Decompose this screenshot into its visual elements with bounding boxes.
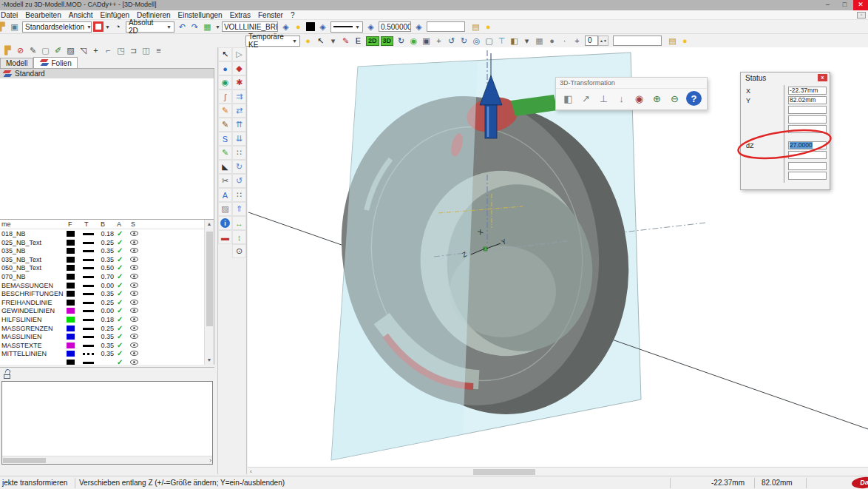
scroll-up-icon[interactable]: ▲ bbox=[205, 220, 214, 229]
layer-visible-eye-icon[interactable] bbox=[130, 334, 138, 339]
selection-color-button[interactable] bbox=[93, 21, 104, 32]
zoom-window-icon[interactable]: ▣ bbox=[420, 35, 433, 47]
layer-linetype[interactable] bbox=[83, 310, 94, 312]
layer-color-swatch[interactable] bbox=[67, 291, 75, 297]
layer-row[interactable]: 050_NB_Text0.50✓ bbox=[0, 263, 214, 272]
folder-light-icon[interactable]: ▤ bbox=[666, 35, 679, 47]
menu-bearbeiten[interactable]: Bearbeiten bbox=[21, 11, 64, 19]
layer-row[interactable]: 035_NB0.35✓ bbox=[0, 246, 214, 255]
line-style-combo[interactable]: ▼ bbox=[330, 21, 363, 33]
iso-box-icon[interactable]: ◳ bbox=[115, 44, 127, 56]
select-arrow-icon[interactable]: ↖ bbox=[218, 47, 232, 61]
free-input-2[interactable] bbox=[613, 36, 662, 46]
layer-color-swatch[interactable] bbox=[67, 300, 75, 306]
rotate-ccw2-icon[interactable]: ↺ bbox=[232, 174, 246, 188]
point-circle-icon[interactable]: ⊙ bbox=[232, 244, 246, 258]
scene-light-icon[interactable]: ● bbox=[482, 21, 495, 33]
spinner-arrows[interactable]: ▲▼ bbox=[598, 36, 608, 46]
close-button[interactable]: ✕ bbox=[853, 0, 868, 10]
tab-modell[interactable]: Modell bbox=[0, 58, 33, 68]
layer-linetype[interactable] bbox=[83, 345, 94, 347]
pen-icon[interactable]: ✎ bbox=[27, 44, 39, 56]
menu-definieren[interactable]: Definieren bbox=[133, 11, 174, 19]
pen-color-swatch[interactable] bbox=[306, 22, 315, 31]
layer-active-check[interactable]: ✓ bbox=[117, 315, 123, 323]
sphere-icon[interactable]: ● bbox=[546, 35, 558, 47]
view-box-icon[interactable]: ◫ bbox=[140, 44, 152, 56]
tree-item-standard[interactable]: Standard bbox=[0, 69, 214, 78]
zoom-extents-icon[interactable]: ▢ bbox=[483, 35, 495, 47]
layer-active-check[interactable]: ✓ bbox=[117, 255, 123, 263]
layer-table-scrollbar[interactable]: ▲ ▼ bbox=[204, 220, 214, 365]
status-field-y[interactable]: 82.02mm bbox=[788, 96, 827, 104]
layer-style-icon[interactable]: ◈ bbox=[413, 21, 425, 33]
menu-datei[interactable]: Datei bbox=[0, 11, 21, 19]
save-icon[interactable]: ▣ bbox=[8, 21, 21, 33]
undo-icon[interactable]: ↶ bbox=[176, 21, 189, 33]
layer-select-icon[interactable]: ◈ bbox=[279, 21, 292, 33]
layer-color-swatch[interactable] bbox=[67, 317, 75, 323]
element-e-icon[interactable]: E bbox=[352, 35, 365, 47]
layer-color-swatch[interactable] bbox=[67, 240, 75, 246]
up-icon[interactable]: ⇑ bbox=[232, 202, 246, 216]
layer-active-check[interactable]: ✓ bbox=[117, 238, 123, 246]
swap-icon[interactable]: ⇄ bbox=[232, 104, 246, 118]
layer-linetype[interactable] bbox=[83, 328, 94, 330]
hatch-icon[interactable]: ▨ bbox=[64, 44, 77, 56]
layer-line-icon[interactable]: ◈ bbox=[316, 21, 329, 33]
layer-row[interactable]: BEMASSUNGEN0.00✓ bbox=[0, 281, 214, 290]
point-small-icon[interactable]: · bbox=[558, 35, 571, 47]
temp-ke-combo[interactable]: Temporäre KE▼ bbox=[245, 36, 300, 47]
layer-row[interactable]: 070_NB0.70✓ bbox=[0, 272, 214, 281]
layer-visible-eye-icon[interactable] bbox=[130, 308, 138, 313]
move-up2-icon[interactable]: ⇈ bbox=[232, 118, 246, 132]
crosshair-icon[interactable]: + bbox=[89, 44, 102, 56]
status-field-x[interactable]: -22.37mm bbox=[788, 87, 827, 95]
status-field-dz[interactable]: 27.0000 bbox=[788, 141, 827, 149]
layer-row[interactable]: 025_NB_Text0.25✓ bbox=[0, 238, 214, 247]
redo-icon[interactable]: ↷ bbox=[189, 21, 201, 33]
prohibit-icon[interactable]: ⊘ bbox=[14, 44, 27, 56]
globe-icon[interactable]: ◉ bbox=[218, 75, 232, 90]
2d-button[interactable]: 2D bbox=[366, 36, 379, 46]
layer-visible-eye-icon[interactable] bbox=[130, 351, 138, 356]
grid-settings-icon[interactable]: ▦ bbox=[201, 21, 214, 33]
layer-active-check[interactable]: ✓ bbox=[117, 263, 123, 272]
folder-light-icon[interactable]: ▤ bbox=[469, 21, 482, 33]
layer-active-check[interactable]: ✓ bbox=[117, 289, 123, 297]
layer-linetype[interactable] bbox=[83, 285, 94, 287]
layer-visible-eye-icon[interactable] bbox=[130, 283, 138, 288]
layer-color-swatch[interactable] bbox=[67, 257, 75, 263]
move-icon[interactable]: ↗ bbox=[578, 91, 594, 106]
detail-panel[interactable]: › bbox=[1, 381, 213, 465]
scroll-right-icon[interactable]: › bbox=[209, 457, 211, 464]
layer-linetype[interactable] bbox=[83, 302, 94, 304]
layer-width-icon[interactable]: ◈ bbox=[365, 21, 377, 33]
snap-icon[interactable]: ◹ bbox=[77, 44, 89, 56]
layer-visible-eye-icon[interactable] bbox=[130, 326, 138, 331]
status-field[interactable] bbox=[788, 162, 827, 170]
layer-row[interactable]: ✓ bbox=[0, 358, 214, 365]
layer-active-check[interactable]: ✓ bbox=[117, 358, 123, 365]
layer-visible-eye-icon[interactable] bbox=[130, 300, 138, 305]
3d-viewport[interactable]: X Y Z 3D-Transformation ◧↗⊥↓◉⊕⊖? Status … bbox=[248, 47, 868, 467]
layer-linetype[interactable] bbox=[83, 267, 94, 269]
arrow-white-icon[interactable]: ▷ bbox=[232, 47, 246, 61]
points-icon[interactable]: ∷ bbox=[232, 146, 246, 160]
status-field[interactable] bbox=[788, 125, 827, 133]
detail-scrollbar[interactable]: › bbox=[2, 456, 212, 464]
unlock-icon[interactable] bbox=[3, 369, 13, 379]
menu-ansicht[interactable]: Ansicht bbox=[65, 11, 97, 19]
viewport-scrollbar[interactable]: ‹ bbox=[248, 467, 868, 476]
folie-tree[interactable]: Standard bbox=[0, 68, 214, 219]
rotate-ccw-icon[interactable]: ↺ bbox=[445, 35, 458, 47]
drop-icon[interactable]: ↓ bbox=[614, 91, 629, 106]
raster-icon[interactable]: ▦ bbox=[533, 35, 546, 47]
sheet-icon[interactable]: ▢ bbox=[39, 44, 52, 56]
child-restore-button[interactable]: ▫ bbox=[857, 12, 866, 18]
rotate-cw-icon[interactable]: ↻ bbox=[458, 35, 470, 47]
layer-active-check[interactable]: ✓ bbox=[117, 332, 123, 340]
layer-row[interactable]: MITTELLINIEN0.35✓ bbox=[0, 349, 214, 358]
coordinate-mode-combo[interactable]: Absolut 2D▼ bbox=[126, 21, 174, 33]
layer-linetype[interactable] bbox=[83, 362, 94, 364]
